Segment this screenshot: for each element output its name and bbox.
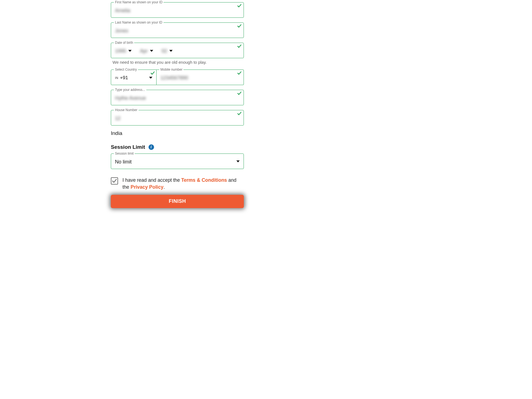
terms-row: I have read and accept the Terms & Condi… — [111, 177, 244, 191]
first-name-label: First Name as shown on your ID — [114, 0, 163, 4]
session-limit-label: Session limit — [114, 152, 135, 155]
check-icon — [237, 71, 241, 76]
session-limit-select[interactable]: Session limit No limit — [111, 154, 244, 169]
dob-field: Date of birth 1995 Apr 02 — [111, 43, 244, 58]
house-number-label: House Number — [114, 108, 139, 112]
country-text: India — [111, 130, 244, 136]
chevron-down-icon — [169, 50, 173, 52]
mobile-value: 1234567890 — [160, 75, 188, 81]
dob-month-value: Apr — [140, 48, 148, 54]
check-icon — [151, 71, 155, 76]
terms-text: I have read and accept the Terms & Condi… — [122, 177, 244, 191]
first-name-value: Amelia — [115, 8, 130, 14]
dob-year-select[interactable]: 1995 — [115, 48, 132, 54]
address-label: Type your address... — [114, 88, 146, 92]
house-number-field[interactable]: House Number 12 — [111, 110, 244, 126]
check-icon — [237, 44, 241, 49]
mobile-field[interactable]: Mobile number 1234567890 — [157, 70, 244, 85]
address-field[interactable]: Type your address... Hythe Avenue — [111, 90, 244, 105]
terms-suffix: . — [163, 184, 165, 190]
last-name-field[interactable]: Last Name as shown on your ID Jones — [111, 22, 244, 38]
terms-and-conditions-link[interactable]: Terms & Conditions — [181, 177, 227, 183]
dob-year-value: 1995 — [115, 48, 126, 54]
dob-label: Date of birth — [114, 41, 134, 45]
session-limit-heading: Session Limit — [111, 144, 145, 150]
check-icon — [237, 4, 241, 9]
dob-month-select[interactable]: Apr — [140, 48, 153, 54]
check-icon — [237, 24, 241, 29]
check-icon — [237, 111, 241, 116]
country-code: IN — [115, 76, 118, 80]
dob-day-select[interactable]: 02 — [162, 48, 173, 54]
session-limit-value: No limit — [115, 159, 132, 165]
last-name-label: Last Name as shown on your ID — [114, 21, 163, 24]
chevron-down-icon — [236, 159, 240, 164]
terms-prefix: I have read and accept the — [122, 177, 181, 183]
chevron-down-icon — [149, 77, 152, 79]
registration-form: First Name as shown on your ID Amelia La… — [111, 2, 244, 208]
dob-hint: We need to ensure that you are old enoug… — [112, 60, 244, 65]
session-limit-heading-row: Session Limit i — [111, 144, 244, 150]
country-mobile-row: Select Country IN +91 Mobile number 1234… — [111, 70, 244, 85]
dob-day-value: 02 — [162, 48, 167, 54]
first-name-field[interactable]: First Name as shown on your ID Amelia — [111, 2, 244, 18]
chevron-down-icon — [128, 50, 132, 52]
info-icon[interactable]: i — [149, 144, 154, 150]
chevron-down-icon — [150, 50, 153, 52]
address-value: Hythe Avenue — [115, 95, 146, 101]
check-icon — [237, 91, 241, 96]
house-number-value: 12 — [115, 116, 121, 121]
country-select[interactable]: Select Country IN +91 — [111, 70, 157, 85]
country-dial-code: +91 — [120, 75, 128, 81]
finish-button[interactable]: FINISH — [111, 195, 244, 208]
privacy-policy-link[interactable]: Privacy Policy — [131, 184, 163, 190]
country-label: Select Country — [114, 68, 138, 71]
last-name-value: Jones — [115, 28, 128, 34]
terms-checkbox[interactable] — [111, 177, 118, 185]
mobile-label: Mobile number — [159, 68, 183, 71]
